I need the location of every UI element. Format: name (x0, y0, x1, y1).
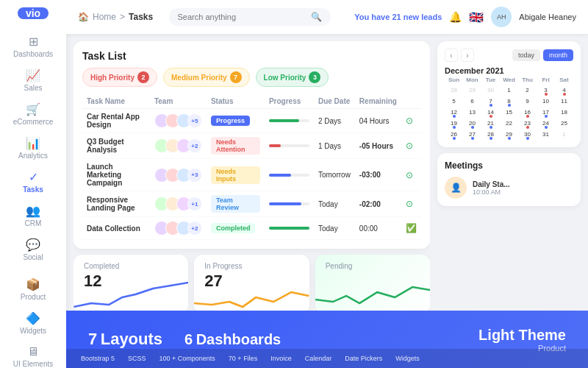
table-row: Launch Marketing Campaign +3 Needs Input… (82, 159, 421, 191)
medium-priority-tab[interactable]: Medium Priority 7 (163, 68, 250, 87)
col-due-date: Due Date (314, 94, 355, 109)
action-cell[interactable]: ⊙ (401, 109, 421, 133)
cal-day[interactable]: 11 (555, 96, 573, 107)
cal-day[interactable]: 17 (537, 107, 555, 118)
cal-day[interactable]: 21 (481, 118, 500, 129)
cal-day[interactable]: 4 (555, 85, 573, 96)
high-priority-tab[interactable]: High Priority 2 (82, 68, 157, 87)
cal-day[interactable]: 14 (481, 107, 500, 118)
sidebar-item-crm[interactable]: 👥 CRM (0, 199, 66, 233)
cal-day[interactable]: 1 (500, 85, 518, 96)
cal-day[interactable]: 3 (537, 85, 555, 96)
action-cell[interactable]: ⊙ (401, 191, 421, 217)
cal-prev-button[interactable]: ‹ (445, 49, 458, 62)
cal-day[interactable]: 27 (463, 129, 481, 140)
row-check-icon: ⊙ (406, 141, 413, 151)
wd-wed: Wed (500, 75, 518, 85)
due-date-cell: Today (314, 217, 355, 240)
sidebar-item-ecommerce[interactable]: 🛒 eCommerce (0, 97, 66, 131)
cal-day[interactable]: 23 (518, 118, 537, 129)
cal-month-button[interactable]: month (543, 49, 573, 61)
flag-icon: 🇬🇧 (469, 10, 484, 24)
sidebar-item-label: Analytics (18, 152, 48, 160)
cal-day[interactable]: 18 (555, 107, 573, 118)
breadcrumb-current: Tasks (129, 12, 153, 22)
sidebar-item-label: Sales (24, 84, 42, 92)
action-cell[interactable]: ✅ (401, 217, 421, 240)
col-task-name: Task Name (82, 94, 150, 109)
cal-day[interactable]: 15 (500, 107, 518, 118)
col-progress: Progress (265, 94, 314, 109)
status-cell: Needs Attention (207, 133, 265, 159)
cal-day[interactable]: 8 (500, 96, 518, 107)
sidebar-item-ui-elements[interactable]: 🖥 UI Elements (0, 340, 66, 368)
status-cell: Progress (207, 109, 265, 133)
team-cell: +3 (150, 159, 207, 191)
cal-next-button[interactable]: › (461, 49, 474, 62)
cal-day[interactable]: 29 (500, 129, 518, 140)
cal-day[interactable]: 10 (537, 96, 555, 107)
meetings-title: Meetings (445, 160, 573, 171)
low-priority-tab[interactable]: Low Priority 3 (256, 68, 329, 87)
action-cell[interactable]: ⊙ (401, 133, 421, 159)
cal-day[interactable]: 5 (445, 96, 463, 107)
cal-day[interactable]: 12 (445, 107, 463, 118)
remaining-cell: 04 Hours (355, 109, 401, 133)
sidebar-item-tasks[interactable]: ✓ Tasks (0, 165, 66, 199)
cal-day[interactable]: 20 (463, 118, 481, 129)
sidebar-item-social[interactable]: 💬 Social (0, 233, 66, 266)
sidebar-item-product[interactable]: 📦 Product (0, 272, 66, 306)
col-remaining: Remaining (355, 94, 401, 109)
cal-grid: Sun Mon Tue Wed Thu Fri Sat 282930123456… (445, 75, 573, 140)
tasks-icon: ✓ (29, 170, 38, 184)
cal-day[interactable]: 19 (445, 118, 463, 129)
cal-day-prev[interactable]: 28 (445, 85, 463, 96)
search-input[interactable] (178, 13, 306, 21)
cal-today-button[interactable]: today (512, 49, 540, 61)
task-table: Task Name Team Status Progress Due Date … (82, 94, 421, 240)
sidebar-item-analytics[interactable]: 📊 Analytics (0, 131, 66, 165)
task-name: Responsive Landing Page (82, 191, 150, 217)
sidebar-item-sales[interactable]: 📈 Sales (0, 63, 66, 97)
cal-day[interactable]: 6 (463, 96, 481, 107)
search-bar[interactable]: 🔍 (169, 8, 331, 26)
cal-day[interactable]: 26 (445, 129, 463, 140)
calendar-nav: ‹ › today month (445, 49, 573, 62)
ecommerce-icon: 🛒 (26, 102, 40, 116)
low-priority-badge: 3 (309, 71, 320, 83)
sidebar-item-dashboards[interactable]: ⊞ Dashboards (0, 29, 66, 63)
sidebar-item-widgets[interactable]: 🔷 Widgets (0, 306, 66, 340)
cal-day-prev[interactable]: 30 (481, 85, 500, 96)
cal-day[interactable]: 13 (463, 107, 481, 118)
cal-day[interactable]: 22 (500, 118, 518, 129)
high-priority-label: High Priority (90, 74, 135, 82)
team-cell: +2 (150, 133, 207, 159)
cal-day-next[interactable]: 1 (555, 129, 573, 140)
task-list-card: Task List High Priority 2 Medium Priorit… (74, 41, 430, 249)
cal-day[interactable]: 31 (537, 129, 555, 140)
stat-label-inprogress: In Progress (204, 262, 298, 270)
cal-day[interactable]: 24 (537, 118, 555, 129)
cal-day[interactable]: 2 (518, 85, 537, 96)
row-check-icon: ✅ (406, 223, 417, 233)
layouts-count: 7 (88, 330, 97, 348)
breadcrumb: 🏠 Home > Tasks (78, 12, 153, 22)
wd-sun: Sun (445, 75, 463, 85)
sidebar-item-label: CRM (25, 219, 42, 227)
calendar-card: ‹ › today month December 2021 Sun Mon Tu… (437, 41, 581, 147)
sidebar-item-label: Tasks (23, 185, 43, 194)
cal-day-prev[interactable]: 29 (463, 85, 481, 96)
sidebar-item-label: Widgets (20, 327, 46, 335)
cal-day[interactable]: 28 (481, 129, 500, 140)
cal-day[interactable]: 25 (555, 118, 573, 129)
action-cell[interactable]: ⊙ (401, 159, 421, 191)
cal-day[interactable]: 16 (518, 107, 537, 118)
meeting-item: 👤 Daily Sta... 10:00 AM (445, 177, 573, 199)
cal-day[interactable]: 30 (518, 129, 537, 140)
bell-icon[interactable]: 🔔 (449, 11, 462, 23)
cal-day[interactable]: 9 (518, 96, 537, 107)
tag-bootstrap: Bootstrap 5 (81, 355, 115, 362)
cal-day[interactable]: 7 (481, 96, 500, 107)
remaining-cell: 00:00 (355, 217, 401, 240)
sparkline-pending (315, 281, 430, 314)
